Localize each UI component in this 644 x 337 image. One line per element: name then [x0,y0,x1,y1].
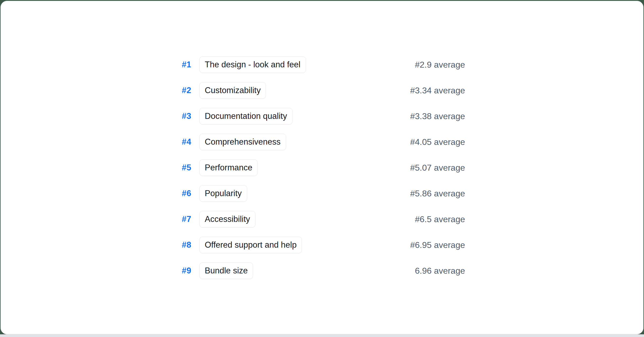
rank-label: #9 [179,266,191,276]
rank-label: #5 [179,163,191,173]
option-label: The design - look and feel [205,60,301,69]
ranking-row: #5 Performance #5.07 average [179,159,465,176]
option-chip[interactable]: Customizability [199,82,266,99]
page-background: #1 The design - look and feel #2.9 avera… [0,0,644,337]
ranking-row: #4 Comprehensiveness #4.05 average [179,134,465,150]
rank-label: #4 [179,137,191,147]
ranking-row: #3 Documentation quality #3.38 average [179,108,465,124]
ranking-row: #6 Popularity #5.86 average [179,185,465,202]
average-value: #5.07 average [410,163,465,173]
option-chip[interactable]: Popularity [199,185,247,202]
option-chip[interactable]: Performance [199,159,258,176]
page-bottom-strip [0,334,644,337]
average-value: #3.34 average [410,86,465,96]
option-chip[interactable]: Comprehensiveness [199,134,286,150]
rank-label: #2 [179,86,191,95]
ranking-row: #2 Customizability #3.34 average [179,82,465,99]
ranking-list: #1 The design - look and feel #2.9 avera… [179,56,465,279]
option-chip[interactable]: Offered support and help [199,237,302,253]
option-chip[interactable]: Bundle size [199,262,253,279]
average-value: #5.86 average [410,189,465,199]
option-label: Performance [205,163,252,173]
rank-label: #6 [179,189,191,198]
option-label: Comprehensiveness [205,137,281,147]
ranking-results-card: #1 The design - look and feel #2.9 avera… [1,1,643,334]
average-value: #4.05 average [410,137,465,147]
option-label: Accessibility [205,214,250,224]
option-label: Popularity [205,189,242,198]
ranking-row: #7 Accessibility #6.5 average [179,211,465,228]
ranking-row: #1 The design - look and feel #2.9 avera… [179,56,465,73]
option-label: Customizability [205,86,261,95]
rank-label: #7 [179,214,191,224]
option-label: Offered support and help [205,240,297,250]
average-value: 6.96 average [415,266,465,276]
option-label: Bundle size [205,266,248,276]
option-chip[interactable]: The design - look and feel [199,56,306,73]
average-value: #6.5 average [415,214,465,224]
average-value: #6.95 average [410,240,465,250]
option-chip[interactable]: Accessibility [199,211,255,228]
option-label: Documentation quality [205,111,287,121]
option-chip[interactable]: Documentation quality [199,108,292,124]
average-value: #2.9 average [415,60,465,70]
rank-label: #8 [179,240,191,250]
rank-label: #1 [179,60,191,69]
ranking-row: #8 Offered support and help #6.95 averag… [179,237,465,253]
average-value: #3.38 average [410,111,465,121]
rank-label: #3 [179,111,191,121]
ranking-row: #9 Bundle size 6.96 average [179,262,465,279]
